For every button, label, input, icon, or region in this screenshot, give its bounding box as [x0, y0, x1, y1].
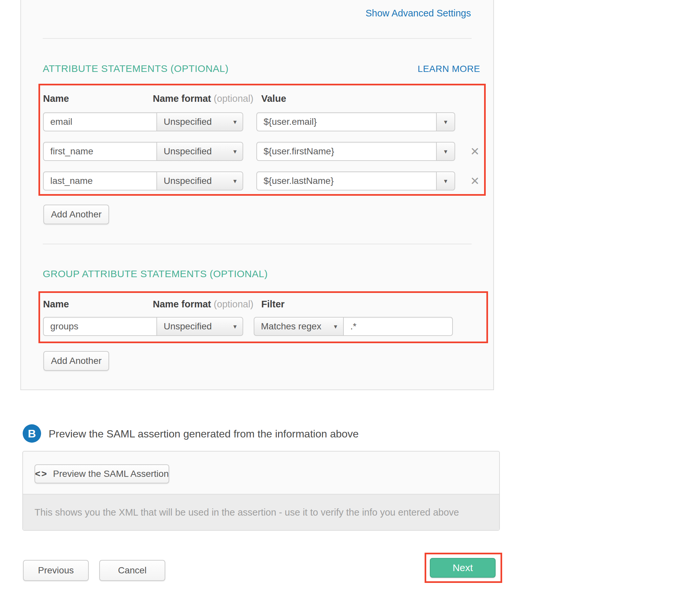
- group-column-header-filter: Filter: [261, 299, 284, 310]
- column-header-name-format-label: Name format: [153, 93, 211, 104]
- remove-row-icon[interactable]: ✕: [468, 175, 482, 186]
- group-name-input[interactable]: [43, 317, 157, 336]
- chevron-down-icon: ▾: [444, 178, 447, 184]
- attribute-statements-title: ATTRIBUTE STATEMENTS (OPTIONAL): [43, 63, 229, 74]
- attr-value-dropdown-button-first-name[interactable]: ▾: [436, 142, 455, 161]
- column-header-value: Value: [261, 93, 286, 104]
- learn-more-link[interactable]: LEARN MORE: [418, 64, 480, 74]
- group-attribute-statements-title: GROUP ATTRIBUTE STATEMENTS (OPTIONAL): [43, 268, 268, 280]
- add-another-attribute-button[interactable]: Add Another: [43, 205, 109, 224]
- chevron-down-icon: ▾: [233, 148, 243, 155]
- step-b-heading: Preview the SAML assertion generated fro…: [49, 428, 358, 440]
- attr-name-format-select-email[interactable]: Unspecified ▾: [156, 112, 243, 131]
- select-value-label: Unspecified: [157, 116, 233, 127]
- column-header-optional-label: (optional): [214, 93, 253, 104]
- attr-value-input-last-name[interactable]: [256, 172, 437, 190]
- attr-value-input-email[interactable]: [256, 112, 437, 131]
- group-name-format-select[interactable]: Unspecified ▾: [156, 317, 243, 336]
- chevron-down-icon: ▾: [233, 178, 243, 184]
- section-divider: [43, 244, 472, 244]
- attr-name-input-last-name[interactable]: [43, 172, 157, 190]
- attr-value-dropdown-button-email[interactable]: ▾: [436, 112, 455, 131]
- next-button[interactable]: Next: [430, 558, 496, 578]
- cancel-button[interactable]: Cancel: [99, 560, 165, 581]
- chevron-down-icon: ▾: [444, 119, 447, 125]
- preview-note-text: This shows you the XML that will be used…: [34, 507, 459, 518]
- group-filter-value-input[interactable]: [343, 317, 453, 336]
- select-value-label: Matches regex: [254, 321, 334, 332]
- section-divider: [43, 38, 472, 39]
- remove-row-icon[interactable]: ✕: [468, 146, 482, 157]
- group-column-header-optional-label: (optional): [214, 299, 253, 309]
- attr-name-format-select-last-name[interactable]: Unspecified ▾: [156, 172, 243, 190]
- attr-name-input-first-name[interactable]: [43, 142, 157, 161]
- attr-value-dropdown-button-last-name[interactable]: ▾: [436, 172, 455, 190]
- okta-saml-settings-page: { "icons": { "chevron_down": "▾", "close…: [0, 0, 700, 599]
- attr-value-input-first-name[interactable]: [256, 142, 437, 161]
- preview-assertion-card: <> Preview the SAML Assertion This shows…: [22, 451, 500, 531]
- select-value-label: Unspecified: [157, 321, 233, 332]
- group-column-header-name-format-label: Name format: [153, 299, 211, 309]
- attr-name-format-select-first-name[interactable]: Unspecified ▾: [156, 142, 243, 161]
- preview-note-strip: This shows you the XML that will be used…: [23, 494, 499, 530]
- preview-saml-assertion-button[interactable]: <> Preview the SAML Assertion: [34, 464, 169, 484]
- select-value-label: Unspecified: [157, 176, 233, 186]
- select-value-label: Unspecified: [157, 146, 233, 157]
- add-another-group-attribute-button[interactable]: Add Another: [43, 351, 109, 371]
- group-column-header-name-format: Name format (optional): [153, 299, 253, 310]
- chevron-down-icon: ▾: [233, 323, 243, 330]
- chevron-down-icon: ▾: [233, 119, 243, 125]
- column-header-name: Name: [43, 93, 69, 104]
- code-icon: <>: [35, 469, 48, 479]
- previous-button[interactable]: Previous: [23, 560, 89, 581]
- attr-name-input-email[interactable]: [43, 112, 157, 131]
- preview-saml-assertion-label: Preview the SAML Assertion: [53, 469, 169, 479]
- group-filter-type-select[interactable]: Matches regex ▾: [254, 317, 344, 336]
- column-header-name-format: Name format (optional): [153, 93, 253, 104]
- chevron-down-icon: ▾: [444, 148, 447, 155]
- chevron-down-icon: ▾: [334, 323, 343, 330]
- step-b-badge: B: [23, 424, 41, 443]
- show-advanced-settings-link[interactable]: Show Advanced Settings: [366, 8, 471, 19]
- group-column-header-name: Name: [43, 299, 69, 310]
